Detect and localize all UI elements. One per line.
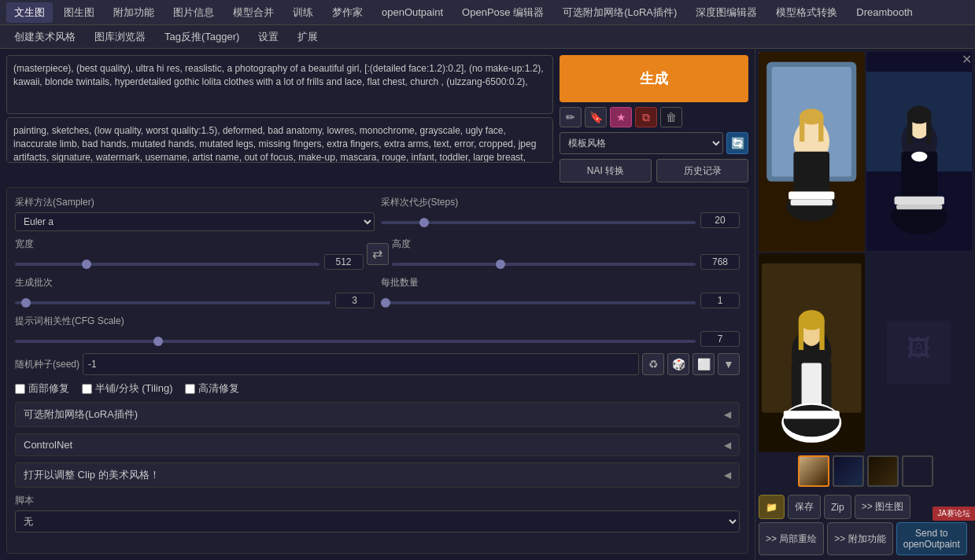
nav-extensions[interactable]: 扩展 [290,28,326,46]
model-selector: 模板风格 🔄 [560,132,748,154]
batch-count-label: 生成批次 [15,276,375,289]
nav-settings[interactable]: 设置 [250,28,286,46]
seed-row: 随机种子(seed) ♻ 🎲 ⬜ ▼ [15,353,740,375]
thumbnail-2[interactable] [833,455,864,487]
thumbnail-3[interactable] [867,455,899,487]
copy-icon-btn[interactable]: ⧉ [635,107,657,127]
clip-section[interactable]: 打开以调整 Clip 的美术风格！ ◀ [15,462,740,488]
nav-item-merge[interactable]: 模型合并 [225,2,282,23]
controlnet-collapse-arrow: ◀ [724,440,731,451]
lora-label: 可选附加网络(LoRA插件) [24,407,138,422]
nav-item-extras[interactable]: 附加功能 [105,2,162,23]
dice-seed-button[interactable]: 🎲 [667,353,689,375]
clip-collapse-arrow: ◀ [724,470,731,481]
batch-count-slider[interactable] [15,301,331,304]
face-fix-checkbox[interactable]: 面部修复 [15,381,69,396]
generated-image-2[interactable] [866,52,973,252]
tiling-checkbox[interactable]: 半铺/分块 (Tiling) [82,381,172,396]
send-outpaint-button[interactable]: Send toopenOutpaint [896,522,967,555]
svg-rect-30 [819,319,824,349]
bottom-actions: 📁 保存 Zip >> 图生图 >> 局部重绘 >> 附加功能 Send too… [755,490,975,560]
svg-rect-7 [818,116,823,142]
width-value: 512 [324,254,364,270]
nav-item-img2img[interactable]: 图生图 [56,2,102,23]
thumbnail-1[interactable] [798,455,829,487]
open-folder-button[interactable]: 📁 [759,495,785,519]
nav-tagger[interactable]: Tag反推(Tagger) [157,28,247,46]
batch-count-slider-wrap [15,295,331,307]
thumbnail-4[interactable] [902,455,933,487]
pencil-icon-btn[interactable]: ✏ [560,107,582,127]
nav-art-style[interactable]: 创建美术风格 [6,28,83,46]
to-img2img-button[interactable]: >> 图生图 [855,495,910,519]
lora-section[interactable]: 可选附加网络(LoRA插件) ◀ [15,402,740,427]
steps-slider[interactable] [381,221,696,224]
batch-size-group: 每批数量 1 [381,276,740,308]
recycle-seed-button[interactable]: ♻ [642,353,664,375]
controlnet-label: ControlNet [24,439,72,451]
nav-item-train[interactable]: 训练 [285,2,321,23]
height-slider[interactable] [392,263,696,266]
batch-size-row: 1 [381,293,740,308]
nai-convert-button[interactable]: NAI 转换 [560,159,652,182]
batch-size-value: 1 [700,293,740,308]
sampler-select[interactable]: Euler a [15,212,375,231]
watermark: JA赛论坛 [933,507,975,521]
seed-label: 随机种子(seed) [15,358,79,371]
nav-item-depthedit[interactable]: 深度图编辑器 [688,2,765,23]
extras-button[interactable]: >> 附加功能 [827,522,892,555]
positive-prompt[interactable] [6,55,553,114]
nav-item-txt2img[interactable]: 文生图 [6,2,53,23]
star-icon-btn[interactable]: ★ [610,107,632,127]
extra-seed-button[interactable]: ⬜ [692,353,715,375]
generated-image-1[interactable] [759,52,865,252]
wh-row: 宽度 512 ⇄ 高度 768 [15,238,740,270]
checkbox-row: 面部修复 半铺/分块 (Tiling) 高清修复 [15,381,740,396]
cfg-label: 提示词相关性(CFG Scale) [15,315,740,328]
batch-size-slider[interactable] [381,301,696,304]
nav-item-imginfo[interactable]: 图片信息 [165,2,222,23]
generate-button[interactable]: 生成 [560,55,748,102]
second-navigation: 创建美术风格 图库浏览器 Tag反推(Tagger) 设置 扩展 [0,25,975,49]
steps-label: 采样次代步(Steps) [381,196,740,209]
generated-image-4[interactable]: 🖼 [866,253,973,453]
batch-count-group: 生成批次 3 [15,276,375,308]
bookmark-icon-btn[interactable]: 🔖 [585,107,607,127]
nav-item-modelconv[interactable]: 模型格式转换 [768,2,845,23]
save-button[interactable]: 保存 [788,495,821,519]
nav-item-openpose[interactable]: OpenPose 编辑器 [454,2,552,23]
nav-item-lora[interactable]: 可选附加网络(LoRA插件) [555,2,685,23]
nav-item-dream[interactable]: 梦作家 [324,2,371,23]
script-select[interactable]: 无 [15,510,740,532]
controlnet-section[interactable]: ControlNet ◀ [15,433,740,456]
trash-icon-btn[interactable]: 🗑 [660,107,682,127]
dropdown-seed-button[interactable]: ▼ [718,353,740,375]
nav-item-dreambooth[interactable]: Dreambooth [848,3,921,21]
cfg-slider[interactable] [15,340,696,343]
nav-gallery[interactable]: 图库浏览器 [87,28,153,46]
steps-value: 20 [700,212,740,228]
sampler-label: 采样方法(Sampler) [15,196,375,209]
refresh-button[interactable]: 🔄 [726,132,748,154]
height-row: 768 [392,254,740,270]
script-section: 脚本 无 [15,494,740,532]
negative-prompt[interactable] [6,117,553,163]
zip-button[interactable]: Zip [824,495,851,519]
lora-collapse-arrow: ◀ [724,409,731,420]
seed-input[interactable] [83,353,639,375]
cfg-value: 7 [700,331,740,347]
generated-image-3[interactable] [759,253,865,453]
settings-panel: 采样方法(Sampler) Euler a 采样次代步(Steps) 20 [6,187,748,554]
nav-item-outpaint[interactable]: openOutpaint [374,3,451,21]
batch-size-slider-wrap [381,295,696,307]
hires-fix-checkbox[interactable]: 高清修复 [185,381,239,396]
width-slider[interactable] [15,263,319,266]
model-select[interactable]: 模板风格 [560,132,723,154]
height-value: 768 [700,254,740,270]
close-panel-button[interactable]: ✕ [962,52,972,67]
width-label: 宽度 [15,238,364,251]
repaint-button[interactable]: >> 局部重绘 [759,522,824,555]
swap-dimensions-button[interactable]: ⇄ [367,243,389,265]
history-button[interactable]: 历史记录 [656,159,748,182]
sampler-group: 采样方法(Sampler) Euler a [15,196,375,231]
